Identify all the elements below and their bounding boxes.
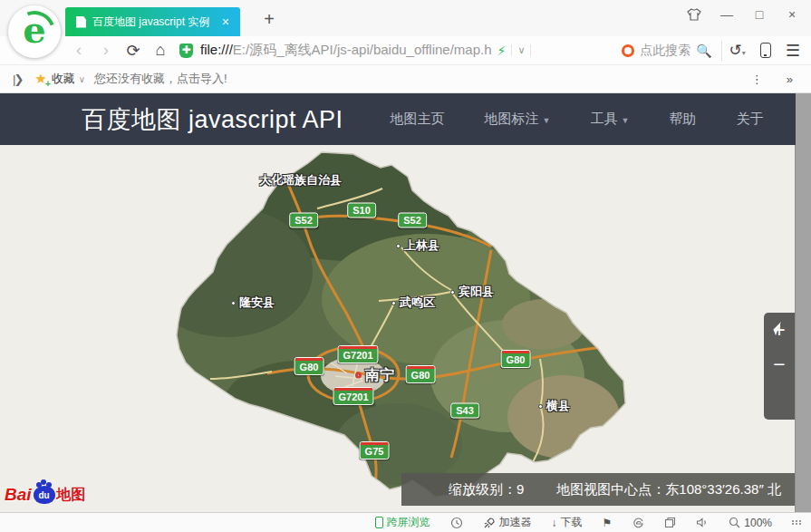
map-center-text: 地图视图中心点：东108°33′26.38″ 北 [556,481,781,498]
nav-about[interactable]: 关于 [736,111,763,128]
url-dropdown-icon[interactable]: ∨ [511,44,531,56]
nav-help[interactable]: 帮助 [669,111,696,128]
map-info-bar: 缩放级别：9 地图视图中心点：东108°33′26.38″ 北 [401,473,796,506]
zoom-level-text: 缩放级别：9 [449,481,524,498]
bookmarks-hint[interactable]: 您还没有收藏，点击导入! [94,71,227,87]
browser-status-bar: 跨屏浏览 加速器 ↓ 下载 ⚑ 100% [0,512,811,532]
home-button[interactable]: ⌂ [147,41,174,60]
road-shield: G75 [360,441,390,459]
favorites-dropdown-icon[interactable]: ∨ [79,74,85,84]
browser-toolbar: ‹ › ⟳ ⌂ ✚ file:///E:/源码_离线API/js-api/bai… [0,36,811,65]
nav-map-home[interactable]: 地图主页 [391,111,445,128]
road-shield: S10 [347,203,376,218]
road-shield: S43 [450,403,479,419]
site-title: 百度地图 javascript API [82,103,343,136]
address-bar[interactable]: ✚ file:///E:/源码_离线API/js-api/baidu_offli… [174,42,613,59]
favorites-star-icon: ★+ [34,71,46,87]
tab-close-icon[interactable]: × [218,15,233,29]
baidu-map-logo: Bai du 地图 [5,482,86,508]
security-shield-icon: ✚ [179,44,193,58]
city-label: 宾阳县 [450,284,494,300]
page-file-icon [76,16,86,28]
nav-map-marker[interactable]: 地图标注▼ [485,111,551,128]
browser-logo[interactable]: e [8,5,61,58]
new-tab-button[interactable]: + [257,7,281,31]
speaker-icon[interactable] [696,517,709,528]
history-restore-icon[interactable] [450,517,463,529]
city-label: 上林县 [396,237,439,254]
bookmarks-overflow-icon[interactable]: » [787,73,793,86]
caret-down-icon: ▼ [622,116,630,125]
road-shield: G80 [501,350,531,368]
page-zoom-control[interactable]: 100% [729,517,772,529]
city-label: 隆安县 [231,295,275,311]
city-label: 横县 [538,398,570,414]
sidebar-toggle-icon[interactable]: |❯ [13,73,22,86]
baidu-paw-icon: du [34,486,55,504]
minimize-button[interactable]: — [717,7,737,22]
road-shield: G7201 [337,345,378,363]
city-label: 南宁 [355,366,394,385]
menu-icon[interactable]: ☰ [786,41,800,61]
forward-button[interactable]: › [92,41,120,60]
road-shield: G80 [406,365,436,383]
zoom-out-button[interactable]: − [764,347,795,382]
close-button[interactable]: × [782,7,802,22]
url-text[interactable]: file:///E:/源码_离线API/js-api/baidu_offline… [200,42,492,59]
bookmarks-more-icon[interactable]: ⋮ [751,73,763,86]
caret-down-icon: ▼ [543,116,551,125]
cross-screen-button[interactable]: 跨屏浏览 [375,515,430,530]
browser-tab[interactable]: 百度地图 javascript 实例 × [65,7,240,36]
pan-locate-icon[interactable] [764,318,784,338]
map-zoom-control: + − [764,313,795,420]
rocket-icon [483,517,496,529]
search-box[interactable]: 点此搜索 🔍 [613,43,720,59]
maximize-button[interactable]: □ [749,7,769,22]
reload-button[interactable]: ⟳ [120,41,147,61]
tab-bar: 百度地图 javascript 实例 × + — □ × [0,0,811,36]
site-nav: 地图主页 地图标注▼ 工具▼ 帮助 关于 [391,111,764,128]
city-label: 武鸣区 [391,295,435,311]
restore-window-icon[interactable] [664,517,676,528]
road-shield: G80 [294,357,324,375]
search-icon[interactable]: 🔍 [696,44,711,58]
ie-mode-icon[interactable] [632,517,644,529]
tab-title: 百度地图 javascript 实例 [92,15,218,30]
phone-icon [375,517,383,528]
search-engine-icon [622,44,634,57]
browser-window: 百度地图 javascript 实例 × + — □ × e ‹ › ⟳ ⌂ ✚… [0,0,811,532]
road-shield: S52 [398,213,427,228]
page-scrollbar[interactable] [796,93,811,512]
download-arrow-icon: ↓ [552,517,557,529]
road-shield: G7201 [333,387,373,405]
nav-tools[interactable]: 工具▼ [591,111,630,128]
flag-icon[interactable]: ⚑ [603,517,613,529]
recent-undo-button[interactable]: ↺▾ [729,41,746,60]
bookmarks-bar: |❯ ★+ 收藏 ∨ 您还没有收藏，点击导入! ⋮ » [0,65,811,93]
search-placeholder: 点此搜索 [640,43,690,59]
magnifier-icon [729,517,740,528]
toolbar-right: ↺▾ ☰ [721,41,811,61]
lightning-icon[interactable]: ⚡ [497,44,507,58]
map-marker-layer: S52S10S52G7201G80G80G80G7201S43G75大化瑶族自治… [0,145,795,512]
window-controls: — □ × [684,7,802,22]
city-label: 大化瑶族自治县 [259,172,342,189]
mobile-sync-icon[interactable] [760,43,771,58]
site-header: 百度地图 javascript API 地图主页 地图标注▼ 工具▼ 帮助 关于 [0,93,796,145]
road-shield: S52 [289,213,318,228]
accelerator-button[interactable]: 加速器 [483,515,532,530]
map-canvas[interactable]: S52S10S52G7201G80G80G80G7201S43G75大化瑶族自治… [0,145,796,512]
download-button[interactable]: ↓ 下载 [552,515,583,530]
back-button[interactable]: ‹ [65,41,92,60]
favorites-label[interactable]: 收藏 [52,71,75,87]
resize-grip[interactable] [792,520,802,525]
theme-icon[interactable] [684,8,704,21]
logo-e: e [23,12,45,48]
